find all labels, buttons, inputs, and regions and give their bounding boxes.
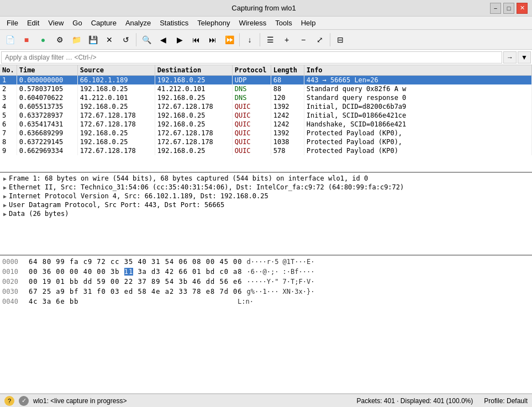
menu-item-edit[interactable]: Edit [23, 17, 44, 29]
packet-stats: Packets: 401 · Displayed: 401 (100.0%) [356, 397, 473, 405]
hex-ascii: ·····Y·" 7·T;F·V· [247, 277, 315, 287]
toolbar: 📄■●⚙📁💾✕↺🔍◀▶⏮⏭⏩↓☰+−⤢⊟ [0, 30, 532, 50]
col-header-source: Source [77, 65, 155, 76]
sep3-separator [260, 33, 260, 46]
zoom-fit-button[interactable]: ⤢ [312, 32, 328, 47]
save-file-button[interactable]: 💾 [85, 32, 101, 47]
detail-item[interactable]: ▶Internet Protocol Version 4, Src: 66.10… [2, 192, 530, 200]
minimize-button[interactable]: − [490, 3, 501, 14]
new-capture-button[interactable]: 📄 [2, 32, 18, 47]
status-icon[interactable]: ? [4, 396, 14, 406]
next-packet-button[interactable]: ▶ [172, 32, 187, 47]
first-packet-button[interactable]: ⏮ [188, 32, 204, 47]
hex-offset: 0010 [2, 267, 24, 277]
col-header-info: Info [304, 65, 531, 76]
menu-item-tools[interactable]: Tools [271, 17, 296, 29]
table-row[interactable]: 50.633728937172.67.128.178192.168.0.25QU… [0, 111, 532, 120]
colorize-button[interactable]: ☰ [262, 32, 278, 47]
close-file-button[interactable]: ✕ [102, 32, 117, 47]
expand-icon: ▶ [3, 176, 7, 182]
menu-item-view[interactable]: View [44, 17, 68, 29]
expand-icon: ▶ [3, 211, 7, 217]
detail-text: Frame 1: 68 bytes on wire (544 bits), 68… [9, 175, 368, 182]
filter-bar: → ▼ [0, 50, 532, 65]
expert-icon[interactable]: ✓ [19, 396, 29, 406]
filter-dropdown-button[interactable]: ▼ [518, 51, 531, 64]
restart-capture-button[interactable]: ● [35, 32, 51, 47]
menu-item-wireless[interactable]: Wireless [234, 17, 271, 29]
detail-item[interactable]: ▶User Datagram Protocol, Src Port: 443, … [2, 200, 530, 209]
zoom-in-button[interactable]: + [279, 32, 294, 47]
hex-line: 001000 36 00 00 40 00 3b 11 3a d3 42 66 … [2, 267, 530, 277]
hex-line: 00404c 3a 6e bbL:n· [2, 297, 530, 306]
hex-bytes: 4c 3a 6e bb [29, 297, 233, 306]
packet-list-header: No. Time Source Destination Protocol Len… [0, 65, 532, 76]
table-row[interactable]: 60.635417431172.67.128.178192.168.0.25QU… [0, 120, 532, 129]
col-header-length: Length [271, 65, 304, 76]
hex-line: 002000 19 01 bb dd 59 00 22 37 89 54 3b … [2, 277, 530, 287]
hex-bytes: 00 36 00 00 40 00 3b 11 3a d3 42 66 01 b… [29, 267, 243, 277]
sep4-separator [330, 33, 330, 46]
title-text: Capturing from wlo1 [38, 4, 490, 12]
close-button[interactable]: ✕ [517, 3, 528, 14]
maximize-button[interactable]: □ [503, 3, 514, 14]
detail-text: Ethernet II, Src: Technico_31:54:06 (cc:… [9, 183, 404, 191]
detail-item[interactable]: ▶Data (26 bytes) [2, 209, 530, 218]
capture-options-button[interactable]: ⚙ [52, 32, 67, 47]
hex-highlight: 11 [124, 268, 133, 276]
menu-item-analyze[interactable]: Analyze [121, 17, 155, 29]
detail-text: User Datagram Protocol, Src Port: 443, D… [9, 201, 224, 209]
menu-item-statistics[interactable]: Statistics [155, 17, 193, 29]
title-buttons: − □ ✕ [490, 3, 528, 14]
packet-list: No. Time Source Destination Protocol Len… [0, 65, 532, 173]
go-to-packet-button[interactable]: ⏭ [205, 32, 220, 47]
table-row[interactable]: 40.605513735192.168.0.25172.67.128.178QU… [0, 102, 532, 111]
hex-ascii: L:n· [238, 297, 254, 306]
detail-text: Data (26 bytes) [9, 210, 69, 218]
reload-file-button[interactable]: ↺ [118, 32, 134, 47]
sep1-separator [136, 33, 136, 46]
filter-input[interactable] [1, 51, 502, 64]
col-header-protocol: Protocol [232, 65, 271, 76]
stop-capture-button[interactable]: ■ [19, 32, 34, 47]
prev-packet-button[interactable]: ◀ [155, 32, 171, 47]
auto-scroll-button[interactable]: ↓ [242, 32, 257, 47]
filter-apply-button[interactable]: → [503, 51, 517, 64]
table-row[interactable]: 80.637229145192.168.0.25172.67.128.178QU… [0, 138, 532, 146]
table-row[interactable]: 90.662969334172.67.128.178192.168.0.25OU… [0, 146, 532, 155]
menu-item-help[interactable]: Help [297, 17, 320, 29]
hex-ascii: d····r·5 @1T···E· [247, 257, 315, 267]
col-header-no: No. [0, 65, 17, 76]
hex-bytes: 00 19 01 bb dd 59 00 22 37 89 54 3b 46 d… [29, 277, 243, 287]
menu-item-go[interactable]: Go [68, 17, 86, 29]
open-file-button[interactable]: 📁 [69, 32, 84, 47]
table-row[interactable]: 30.60407062241.212.0.101192.168.0.25DNS1… [0, 93, 532, 102]
menu-item-capture[interactable]: Capture [87, 17, 121, 29]
profile-label: Profile: Default [484, 397, 528, 405]
table-row[interactable]: 10.00000000066.102.1.189192.168.0.25UDP6… [0, 76, 532, 85]
coloring-rules-button[interactable]: ⊟ [333, 32, 348, 47]
detail-text: Internet Protocol Version 4, Src: 66.102… [9, 192, 268, 200]
menu-item-file[interactable]: File [2, 17, 23, 29]
detail-item[interactable]: ▶Ethernet II, Src: Technico_31:54:06 (cc… [2, 183, 530, 192]
expand-icon: ▶ [3, 193, 7, 199]
status-right: Packets: 401 · Displayed: 401 (100.0%) P… [356, 397, 528, 405]
table-row[interactable]: 20.578037105192.168.0.2541.212.0.101DNS8… [0, 84, 532, 93]
interface-status: wlo1: <live capture in progress> [33, 397, 127, 405]
col-header-destination: Destination [155, 65, 232, 76]
detail-item[interactable]: ▶Frame 1: 68 bytes on wire (544 bits), 6… [2, 174, 530, 183]
hex-line: 000064 80 99 fa c9 72 cc 35 40 31 54 06 … [2, 257, 530, 267]
hex-offset: 0030 [2, 287, 24, 297]
hex-dump: 000064 80 99 fa c9 72 cc 35 40 31 54 06 … [0, 256, 532, 394]
find-packet-button[interactable]: 🔍 [139, 32, 154, 47]
hex-offset: 0020 [2, 277, 24, 287]
zoom-out-button[interactable]: − [296, 32, 311, 47]
expand-icon: ▶ [3, 202, 7, 208]
expand-icon: ▶ [3, 184, 7, 191]
hex-ascii: ·6··@·;· :·Bf···· [247, 267, 315, 277]
menu-item-telephony[interactable]: Telephony [193, 17, 234, 29]
packet-tbody: 10.00000000066.102.1.189192.168.0.25UDP6… [0, 76, 532, 156]
last-packet-button[interactable]: ⏩ [222, 32, 237, 47]
table-row[interactable]: 70.636689299192.168.0.25172.67.128.178QU… [0, 129, 532, 138]
status-bar: ? ✓ wlo1: <live capture in progress> Pac… [0, 394, 532, 407]
